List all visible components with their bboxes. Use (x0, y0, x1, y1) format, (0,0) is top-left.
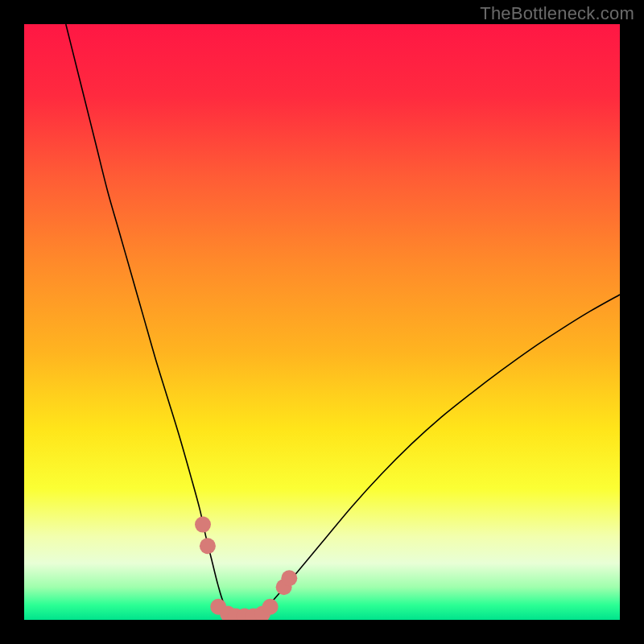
highlight-dot (195, 517, 211, 533)
highlight-dot (262, 599, 279, 615)
chart-svg (24, 24, 620, 620)
highlight-dot (281, 570, 297, 586)
chart-frame: TheBottleneck.com (0, 0, 644, 644)
plot-area (24, 24, 620, 620)
watermark-text: TheBottleneck.com (480, 3, 634, 24)
chart-background (24, 24, 620, 620)
highlight-dot (200, 538, 216, 554)
